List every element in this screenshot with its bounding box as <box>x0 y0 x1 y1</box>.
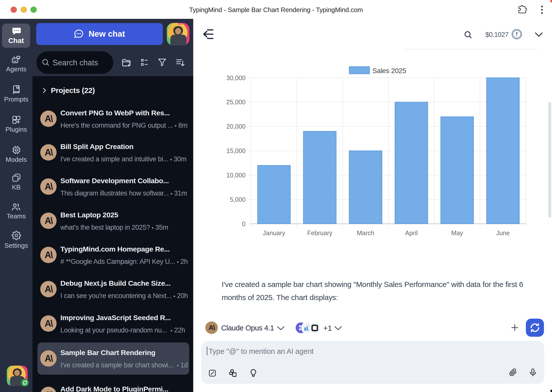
svg-text:30,000: 30,000 <box>226 74 246 81</box>
svg-text:April: April <box>405 229 418 236</box>
svg-text:March: March <box>357 229 374 236</box>
svg-text:February: February <box>307 229 333 236</box>
svg-text:5,000: 5,000 <box>230 196 246 203</box>
svg-text:January: January <box>263 229 285 236</box>
svg-text:25,000: 25,000 <box>226 99 246 106</box>
svg-text:15,000: 15,000 <box>226 147 246 154</box>
svg-text:June: June <box>496 229 510 236</box>
svg-text:20,000: 20,000 <box>226 123 246 130</box>
svg-text:Sales 2025: Sales 2025 <box>372 67 406 75</box>
svg-text:May: May <box>451 229 463 236</box>
svg-text:0: 0 <box>242 220 246 227</box>
svg-text:10,000: 10,000 <box>226 172 246 179</box>
